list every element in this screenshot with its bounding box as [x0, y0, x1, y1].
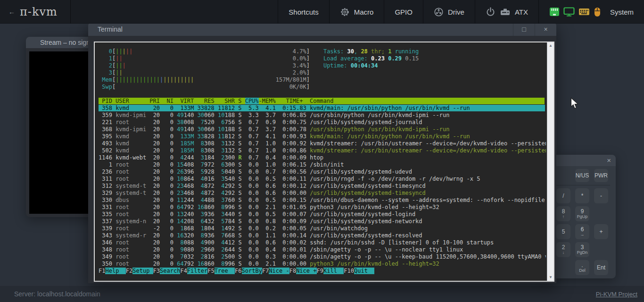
terminal-scrollbar[interactable]: ▲ ▼: [547, 42, 553, 281]
pikvm-project-link[interactable]: Pi-KVM Project: [596, 291, 637, 298]
macro-label: Macro: [354, 8, 374, 16]
shortcuts-label: Shortcuts: [289, 8, 318, 16]
menu-item-gpio[interactable]: GPIO: [384, 0, 423, 24]
system-label: System: [610, 8, 634, 16]
key-numpad-2[interactable]: 2↓: [556, 242, 570, 257]
key-numpad-8[interactable]: 8↑: [556, 206, 570, 221]
drive-label: Drive: [448, 8, 464, 16]
power-icon: [486, 7, 495, 17]
htop-screen[interactable]: 0[||||| 4.7%] Tasks: 30, 28 thr; 1 runni…: [95, 42, 546, 281]
atx-label: ATX: [515, 8, 528, 16]
key-numpad-5[interactable]: 5: [556, 224, 570, 239]
key-plus[interactable]: +: [594, 224, 608, 239]
ethernet-status-icon: [549, 7, 560, 17]
display-status-icon: [563, 7, 575, 17]
menu-item-system[interactable]: System: [538, 0, 644, 24]
key-enter[interactable]: Ent: [594, 260, 608, 275]
desktop: Server: localhost.localdomain Pi-KVM Pro…: [0, 0, 644, 302]
key-power[interactable]: PWR: [594, 169, 608, 182]
key-minus[interactable]: -: [594, 188, 608, 203]
close-icon[interactable]: ×: [607, 155, 611, 166]
back-arrow-icon: ←: [8, 8, 15, 16]
menu-item-macro[interactable]: Macro: [329, 0, 384, 24]
server-label: Server: localhost.localdomain: [14, 290, 100, 298]
mouse-status-icon: [594, 7, 601, 17]
key-divide[interactable]: /: [556, 188, 570, 203]
footer-bar: Server: localhost.localdomain Pi-KVM Pro…: [0, 286, 644, 302]
terminal-window: Terminal □ × 0[||||| 4.7%] Tasks: 30, 28…: [88, 23, 556, 283]
menu-item-shortcuts[interactable]: Shortcuts: [278, 0, 329, 24]
key-numlock[interactable]: N/US: [575, 169, 589, 182]
close-button[interactable]: ×: [535, 23, 556, 36]
key-delete[interactable]: .Del: [575, 260, 589, 275]
app-logo[interactable]: ← π-kvm: [0, 0, 71, 24]
keyboard-status-icon: [578, 7, 590, 17]
mouse-cursor-icon: [570, 97, 579, 111]
menu-item-drive[interactable]: Drive: [423, 0, 475, 24]
case-icon: [500, 7, 511, 17]
menu-item-atx[interactable]: ATX: [475, 0, 538, 24]
key-numpad-6[interactable]: 6→: [575, 224, 589, 239]
key-numpad-3[interactable]: 3PgDn: [575, 242, 589, 257]
topbar-menu: Shortcuts Macro GPIO Drive ATX: [278, 0, 644, 24]
maximize-button[interactable]: □: [513, 23, 535, 36]
gpio-label: GPIO: [395, 8, 413, 16]
scroll-up-button[interactable]: ▲: [547, 42, 554, 49]
terminal-box: 0[||||| 4.7%] Tasks: 30, 28 thr; 1 runni…: [94, 42, 554, 282]
terminal-titlebar[interactable]: Terminal □ ×: [88, 23, 556, 36]
key-multiply[interactable]: *: [575, 188, 589, 203]
logo-text: π-kvm: [20, 5, 58, 18]
status-icons: [549, 7, 601, 17]
key-numpad-9[interactable]: 9PgUp: [575, 206, 589, 221]
scroll-down-button[interactable]: ▼: [547, 274, 554, 281]
topbar: ← π-kvm Shortcuts Macro GPIO Drive ATX: [0, 0, 644, 24]
fan-icon: [434, 7, 444, 17]
terminal-title: Terminal: [88, 25, 513, 33]
gear-icon: [340, 7, 350, 17]
